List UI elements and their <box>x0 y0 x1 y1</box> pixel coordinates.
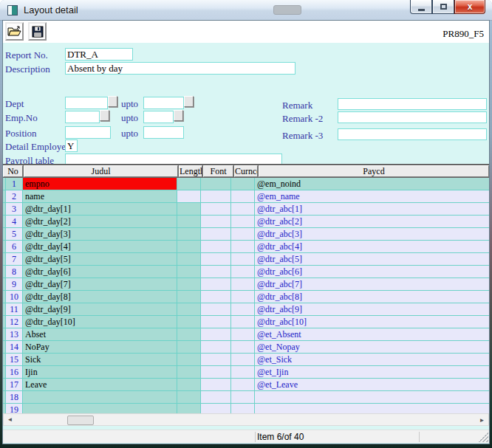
table-row[interactable]: 16Ijin@et_Ijin <box>3 366 489 379</box>
cell-curncd[interactable] <box>231 203 255 216</box>
emp-no-from-input[interactable] <box>65 111 100 123</box>
cell-paycd[interactable] <box>255 391 489 404</box>
cell-curncd[interactable] <box>231 190 255 203</box>
cell-curncd[interactable] <box>231 241 255 253</box>
emp-no-to-browse-button[interactable] <box>174 110 183 121</box>
close-button[interactable]: x <box>454 0 485 14</box>
cell-length[interactable] <box>177 241 201 253</box>
dept-to-input[interactable] <box>143 97 184 109</box>
cell-judul[interactable]: @dtr_day[1] <box>23 203 177 216</box>
cell-no[interactable]: 13 <box>6 328 23 341</box>
save-button[interactable] <box>28 22 47 41</box>
remark-3-input[interactable] <box>338 128 487 140</box>
table-row[interactable]: 3@dtr_day[1]@dtr_abc[1] <box>3 203 489 216</box>
cell-font[interactable] <box>201 228 231 241</box>
cell-no[interactable]: 6 <box>6 241 23 253</box>
table-row[interactable]: 4@dtr_day[2]@dtr_abc[2] <box>3 216 489 228</box>
table-row[interactable]: 7@dtr_day[5]@dtr_abc[5] <box>3 253 489 266</box>
cell-judul[interactable]: @dtr_day[3] <box>23 228 177 241</box>
cell-font[interactable] <box>201 303 231 316</box>
table-row[interactable]: 11@dtr_day[9]@dtr_abc[9] <box>3 303 489 316</box>
cell-paycd[interactable]: @et_Nopay <box>255 341 489 354</box>
table-row[interactable]: 5@dtr_day[3]@dtr_abc[3] <box>3 228 489 241</box>
cell-no[interactable]: 15 <box>6 354 23 366</box>
cell-curncd[interactable] <box>231 379 255 391</box>
cell-paycd[interactable]: @em_noind <box>255 178 489 190</box>
cell-paycd[interactable]: @dtr_abc[2] <box>255 216 489 228</box>
minimize-button[interactable] <box>410 0 432 14</box>
cell-font[interactable] <box>201 216 231 228</box>
cell-judul[interactable]: Sick <box>23 354 177 366</box>
cell-curncd[interactable] <box>231 266 255 278</box>
cell-curncd[interactable] <box>231 291 255 303</box>
cell-no[interactable]: 9 <box>6 278 23 291</box>
scroll-left-icon[interactable]: ◄ <box>4 414 16 425</box>
cell-length[interactable] <box>177 253 201 266</box>
dept-to-browse-button[interactable] <box>184 96 194 107</box>
cell-no[interactable]: 2 <box>6 190 23 203</box>
cell-font[interactable] <box>201 328 231 341</box>
position-to-input[interactable] <box>143 126 184 139</box>
remark-2-input[interactable] <box>338 111 487 123</box>
cell-font[interactable] <box>201 354 231 366</box>
detail-employee-input[interactable] <box>65 139 78 152</box>
cell-font[interactable] <box>201 316 231 328</box>
emp-no-to-input[interactable] <box>143 111 174 123</box>
cell-no[interactable]: 14 <box>6 341 23 354</box>
cell-font[interactable] <box>201 379 231 391</box>
cell-judul[interactable] <box>23 391 177 404</box>
cell-font[interactable] <box>201 366 231 379</box>
cell-paycd[interactable]: @dtr_abc[10] <box>255 316 489 328</box>
cell-judul[interactable] <box>23 404 177 414</box>
cell-judul[interactable]: @dtr_day[4] <box>23 241 177 253</box>
cell-font[interactable] <box>201 341 231 354</box>
table-row[interactable]: 13Abset@et_Absent <box>3 328 489 341</box>
description-input[interactable] <box>65 62 295 75</box>
cell-judul[interactable]: @dtr_day[2] <box>23 216 177 228</box>
table-row[interactable]: 2name@em_name <box>3 190 489 203</box>
cell-font[interactable] <box>201 266 231 278</box>
cell-font[interactable] <box>201 203 231 216</box>
cell-no[interactable]: 17 <box>6 379 23 391</box>
table-row[interactable]: 9@dtr_day[7]@dtr_abc[7] <box>3 278 489 291</box>
cell-length[interactable] <box>177 216 201 228</box>
cell-paycd[interactable]: @et_Ijin <box>255 366 489 379</box>
cell-paycd[interactable]: @dtr_abc[9] <box>255 303 489 316</box>
cell-judul[interactable]: @dtr_day[9] <box>23 303 177 316</box>
cell-curncd[interactable] <box>231 303 255 316</box>
table-row[interactable]: 8@dtr_day[6]@dtr_abc[6] <box>3 266 489 278</box>
cell-curncd[interactable] <box>231 366 255 379</box>
cell-no[interactable]: 16 <box>6 366 23 379</box>
cell-font[interactable] <box>201 178 231 190</box>
cell-paycd[interactable]: @et_Absent <box>255 328 489 341</box>
cell-paycd[interactable]: @em_name <box>255 190 489 203</box>
dept-from-input[interactable] <box>65 97 108 109</box>
cell-length[interactable] <box>177 278 201 291</box>
emp-no-from-browse-button[interactable] <box>100 110 109 121</box>
cell-judul[interactable]: NoPay <box>23 341 177 354</box>
cell-paycd[interactable]: @dtr_abc[6] <box>255 266 489 278</box>
cell-judul[interactable]: Ijin <box>23 366 177 379</box>
cell-curncd[interactable] <box>231 391 255 404</box>
cell-length[interactable] <box>177 228 201 241</box>
cell-font[interactable] <box>201 291 231 303</box>
table-row[interactable]: 10@dtr_day[8]@dtr_abc[8] <box>3 291 489 303</box>
table-row[interactable]: 1empno@em_noind <box>3 178 489 190</box>
cell-judul[interactable]: @dtr_day[7] <box>23 278 177 291</box>
cell-no[interactable]: 10 <box>6 291 23 303</box>
cell-paycd[interactable]: @dtr_abc[1] <box>255 203 489 216</box>
table-row[interactable]: 19 <box>3 404 489 414</box>
cell-curncd[interactable] <box>231 216 255 228</box>
report-no-input[interactable] <box>65 48 133 61</box>
cell-judul[interactable]: Abset <box>23 328 177 341</box>
maximize-button[interactable] <box>432 0 454 14</box>
remark-input[interactable] <box>338 98 487 110</box>
table-row[interactable]: 12@dtr_day[10]@dtr_abc[10] <box>3 316 489 328</box>
cell-length[interactable] <box>177 366 201 379</box>
cell-length[interactable] <box>177 354 201 366</box>
horizontal-scrollbar[interactable]: ◄ ► <box>3 413 489 426</box>
cell-judul[interactable]: empno <box>23 178 177 190</box>
cell-length[interactable] <box>177 341 201 354</box>
cell-curncd[interactable] <box>231 178 255 190</box>
cell-curncd[interactable] <box>231 228 255 241</box>
